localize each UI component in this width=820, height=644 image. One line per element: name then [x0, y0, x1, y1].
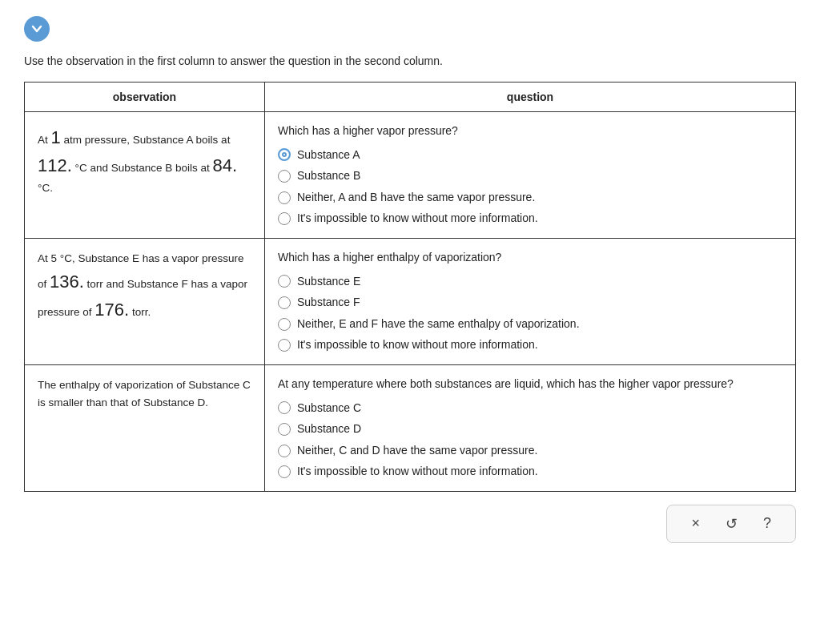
radio-item-0-2[interactable]: Neither, A and B have the same vapor pre… — [278, 190, 782, 206]
radio-item-2-3[interactable]: It's impossible to know without more inf… — [278, 464, 782, 480]
radio-label-2-3: It's impossible to know without more inf… — [297, 464, 538, 480]
radio-item-0-3[interactable]: It's impossible to know without more inf… — [278, 211, 782, 227]
radio-label-0-0: Substance A — [297, 147, 360, 163]
main-table: observation question At 1 atm pressure, … — [24, 82, 796, 492]
col-header-observation: observation — [25, 83, 265, 112]
radio-circle-1-3[interactable] — [278, 339, 291, 352]
radio-item-2-2[interactable]: Neither, C and D have the same vapor pre… — [278, 443, 782, 459]
close-button[interactable]: × — [686, 513, 705, 533]
instruction-text: Use the observation in the first column … — [24, 54, 796, 67]
radio-circle-0-3[interactable] — [278, 212, 291, 225]
question-prompt-1: Which has a higher enthalpy of vaporizat… — [278, 250, 782, 266]
radio-circle-2-2[interactable] — [278, 445, 291, 457]
question-cell-2: At any temperature where both substances… — [265, 364, 796, 491]
radio-label-0-3: It's impossible to know without more inf… — [297, 211, 538, 227]
radio-label-0-2: Neither, A and B have the same vapor pre… — [297, 190, 535, 206]
radio-item-2-0[interactable]: Substance C — [278, 400, 782, 417]
radio-label-0-1: Substance B — [297, 168, 360, 184]
question-prompt-2: At any temperature where both substances… — [278, 376, 782, 392]
radio-circle-2-1[interactable] — [278, 423, 291, 436]
undo-button[interactable]: ↺ — [721, 513, 742, 534]
radio-label-2-2: Neither, C and D have the same vapor pre… — [297, 443, 537, 459]
question-prompt-0: Which has a higher vapor pressure? — [278, 123, 782, 139]
observation-cell-0: At 1 atm pressure, Substance A boils at … — [25, 112, 265, 239]
radio-circle-2-3[interactable] — [278, 465, 291, 478]
radio-item-2-1[interactable]: Substance D — [278, 421, 782, 437]
radio-circle-2-0[interactable] — [278, 401, 291, 414]
chevron-down-icon — [31, 23, 42, 34]
radio-item-0-0[interactable]: Substance A — [278, 147, 782, 163]
observation-cell-1: At 5 °C, Substance E has a vapor pressur… — [25, 238, 265, 364]
radio-label-1-0: Substance E — [297, 274, 360, 290]
radio-item-1-1[interactable]: Substance F — [278, 295, 782, 311]
radio-group-0: Substance ASubstance BNeither, A and B h… — [278, 147, 782, 227]
radio-item-0-1[interactable]: Substance B — [278, 168, 782, 184]
radio-circle-0-1[interactable] — [278, 170, 291, 183]
observation-cell-2: The enthalpy of vaporization of Substanc… — [25, 364, 265, 491]
radio-item-1-2[interactable]: Neither, E and F have the same enthalpy … — [278, 316, 782, 332]
question-cell-0: Which has a higher vapor pressure?Substa… — [265, 112, 796, 239]
toolbar-box: × ↺ ? — [666, 505, 796, 543]
radio-circle-1-1[interactable] — [278, 296, 291, 309]
col-header-question: question — [265, 83, 796, 112]
radio-group-2: Substance CSubstance DNeither, C and D h… — [278, 400, 782, 480]
radio-circle-1-0[interactable] — [278, 275, 291, 288]
radio-label-1-3: It's impossible to know without more inf… — [297, 337, 538, 353]
radio-circle-0-0[interactable] — [278, 148, 291, 161]
radio-circle-0-2[interactable] — [278, 191, 291, 204]
radio-item-1-3[interactable]: It's impossible to know without more inf… — [278, 337, 782, 353]
radio-label-1-2: Neither, E and F have the same enthalpy … — [297, 316, 580, 332]
radio-group-1: Substance ESubstance FNeither, E and F h… — [278, 274, 782, 353]
bottom-toolbar: × ↺ ? — [24, 505, 796, 543]
radio-label-2-1: Substance D — [297, 421, 361, 437]
radio-circle-1-2[interactable] — [278, 318, 291, 331]
help-button[interactable]: ? — [758, 513, 776, 533]
chevron-down-button[interactable] — [24, 16, 50, 42]
radio-item-1-0[interactable]: Substance E — [278, 274, 782, 290]
radio-label-2-0: Substance C — [297, 400, 361, 417]
question-cell-1: Which has a higher enthalpy of vaporizat… — [265, 238, 796, 364]
radio-label-1-1: Substance F — [297, 295, 360, 311]
